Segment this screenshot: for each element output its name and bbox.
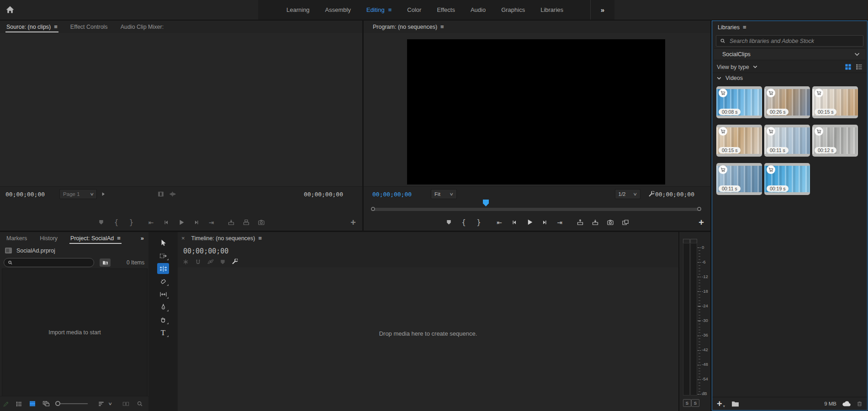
lift-button[interactable] [574, 217, 587, 228]
tab-history[interactable]: History [33, 232, 64, 244]
list-view-button[interactable] [12, 398, 26, 409]
close-panel-button[interactable]: × [181, 235, 185, 242]
mark-in-button[interactable]: { [110, 217, 122, 228]
library-select[interactable]: SocialClips [714, 48, 865, 60]
sort-chevron-icon[interactable]: ∨ [108, 401, 112, 406]
razor-tool[interactable] [157, 276, 169, 287]
add-to-cart-button[interactable] [815, 127, 823, 136]
workspace-overflow-button[interactable]: » [590, 0, 614, 20]
add-to-cart-button[interactable] [767, 89, 775, 97]
video-thumbnail[interactable]: 00:11 s [716, 163, 762, 195]
workspace-menu-icon[interactable]: ≡ [388, 7, 392, 13]
program-timecode-current[interactable]: 00;00;00;00 [372, 191, 412, 198]
video-thumbnail[interactable]: 00:15 s [716, 125, 762, 157]
zoom-slider-knob[interactable] [55, 401, 60, 406]
track-select-forward-tool[interactable] [157, 250, 169, 261]
thumbnail-zoom-slider[interactable] [56, 403, 88, 404]
play-button[interactable] [175, 217, 187, 228]
project-writable-toggle[interactable] [0, 398, 12, 409]
new-folder-icon[interactable] [731, 400, 739, 407]
panel-menu-icon[interactable]: ≡ [54, 24, 58, 30]
solo-right-button[interactable]: S [691, 399, 699, 407]
button-editor-plus[interactable]: + [699, 218, 704, 227]
solo-left-button[interactable]: S [683, 399, 691, 407]
workspace-tab-libraries[interactable]: Libraries [533, 0, 571, 20]
project-file-row[interactable]: SocialAd.prproj [5, 247, 55, 254]
mark-in-button[interactable]: { [458, 217, 470, 228]
workspace-tab-effects[interactable]: Effects [429, 0, 463, 20]
button-editor-plus[interactable]: + [350, 218, 356, 227]
workspace-tab-color[interactable]: Color [399, 0, 429, 20]
project-search-box[interactable] [4, 258, 94, 267]
timeline-marker-icon[interactable] [220, 259, 226, 265]
libraries-search-input[interactable] [729, 37, 859, 45]
project-empty-area[interactable]: Import media to start [2, 269, 148, 396]
workspace-tab-audio[interactable]: Audio [463, 0, 493, 20]
panel-menu-icon[interactable]: ≡ [258, 235, 262, 241]
sort-button[interactable] [94, 398, 108, 409]
type-tool[interactable]: T [157, 327, 169, 338]
tab-program[interactable]: Program: (no sequences) ≡ [366, 21, 450, 33]
step-forward-button[interactable] [539, 217, 551, 228]
scrubber-left-knob[interactable] [371, 207, 375, 211]
drag-audio-icon[interactable] [169, 190, 176, 198]
overwrite-button[interactable] [240, 217, 252, 228]
tab-project[interactable]: Project: SocialAd ≡ [64, 232, 127, 244]
go-to-out-button[interactable]: ⇥ [205, 217, 217, 228]
workspace-tab-editing[interactable]: Editing ≡ [359, 0, 399, 20]
source-timecode-current[interactable]: 00;00;00;00 [5, 191, 45, 198]
add-to-cart-button[interactable] [719, 127, 727, 136]
trash-icon[interactable] [857, 400, 863, 407]
freeform-view-button[interactable] [39, 398, 53, 409]
view-by-label[interactable]: View by type [717, 64, 749, 70]
snap-magnet-icon[interactable] [195, 258, 201, 265]
comparison-view-button[interactable] [619, 217, 632, 228]
nest-toggle-icon[interactable] [182, 258, 189, 265]
drag-video-icon[interactable] [157, 190, 164, 198]
cloud-sync-icon[interactable] [842, 400, 851, 407]
panel-overflow-button[interactable]: » [141, 235, 144, 242]
find-button[interactable] [133, 398, 147, 409]
hand-tool[interactable] [157, 314, 169, 325]
video-thumbnail[interactable]: 00:12 s [812, 125, 858, 157]
timeline-drop-area[interactable]: Drop media here to create sequence. [178, 267, 678, 411]
add-marker-button[interactable] [443, 217, 455, 228]
program-resolution-select[interactable]: 1/2∨ [615, 189, 640, 199]
pen-tool[interactable] [157, 301, 169, 312]
source-page-select[interactable]: Page 1∨ [59, 189, 97, 199]
videos-section-header[interactable]: Videos [717, 75, 743, 81]
video-thumbnail[interactable]: 00:19 s [764, 163, 810, 195]
go-to-out-button[interactable]: ⇥ [554, 217, 566, 228]
linked-selection-icon[interactable] [207, 258, 214, 265]
timeline-settings-wrench-icon[interactable] [231, 258, 238, 265]
program-playhead[interactable] [483, 200, 489, 206]
grid-view-icon[interactable] [845, 63, 852, 70]
home-button[interactable] [5, 5, 15, 15]
program-fit-select[interactable]: Fit∨ [431, 189, 456, 199]
mark-out-button[interactable]: } [473, 217, 485, 228]
automate-to-sequence-button[interactable] [119, 398, 133, 409]
tab-timeline[interactable]: Timeline: (no sequences) ≡ [185, 232, 268, 244]
add-marker-button[interactable] [95, 217, 107, 228]
add-to-cart-button[interactable] [767, 165, 775, 174]
selection-tool[interactable] [157, 237, 169, 248]
chevron-down-icon[interactable] [753, 65, 757, 68]
video-thumbnail[interactable]: 00:26 s [764, 86, 810, 118]
timeline-timecode[interactable]: 00;00;00;00 [183, 247, 228, 255]
video-thumbnail[interactable]: 00:11 s [764, 125, 810, 157]
source-page-play-icon[interactable] [101, 191, 106, 197]
tab-effect-controls[interactable]: Effect Controls [64, 21, 114, 33]
workspace-tab-learning[interactable]: Learning [279, 0, 318, 20]
search-bin-button[interactable] [100, 258, 111, 267]
tab-libraries[interactable]: Libraries ≡ [712, 21, 753, 33]
scrubber-right-knob[interactable] [697, 207, 701, 211]
ripple-edit-tool[interactable] [157, 263, 169, 274]
workspace-tab-assembly[interactable]: Assembly [318, 0, 359, 20]
step-forward-button[interactable] [190, 217, 202, 228]
project-search-input[interactable] [16, 259, 90, 266]
video-thumbnail[interactable]: 00:08 s [716, 86, 762, 118]
tab-audio-clip-mixer[interactable]: Audio Clip Mixer: [114, 21, 170, 33]
program-scrubber[interactable] [371, 208, 701, 211]
mark-out-button[interactable]: } [125, 217, 138, 228]
workspace-tab-graphics[interactable]: Graphics [493, 0, 533, 20]
